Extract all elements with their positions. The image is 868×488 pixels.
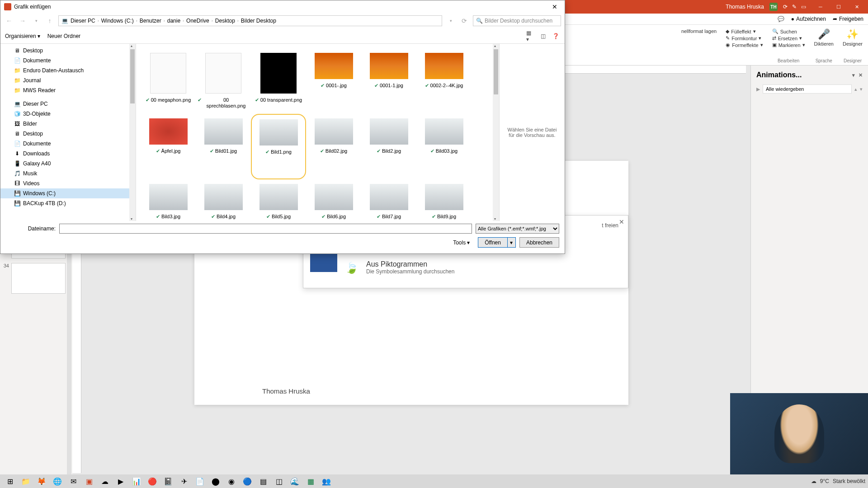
file-item[interactable]: ✔Bild5.jpg — [251, 179, 306, 221]
onenote-icon[interactable]: 📓 — [161, 475, 175, 488]
file-item[interactable]: ✔00 megaphon.png — [141, 48, 196, 114]
ribbon-format[interactable]: nellformat lagen — [681, 28, 717, 34]
chevron-down-icon[interactable]: ▾ — [852, 72, 855, 78]
chrome-icon[interactable]: 🌐 — [50, 475, 65, 488]
files-scrollbar[interactable] — [493, 44, 499, 221]
pen-icon[interactable]: ✎ — [792, 4, 797, 10]
tree-item[interactable]: 📄Dokumente — [0, 56, 136, 66]
play-icon[interactable]: ▶ — [756, 86, 760, 92]
crumb-bilderdesktop[interactable]: Bilder Desktop — [241, 18, 276, 24]
forward-button[interactable]: → — [18, 16, 28, 26]
preview-pane-button[interactable]: ◫ — [538, 32, 547, 41]
record-button[interactable]: ● Aufzeichnen — [791, 16, 826, 22]
maximize-button[interactable]: ☐ — [830, 0, 848, 14]
firefox-icon[interactable]: 🦊 — [34, 475, 49, 488]
tree-item[interactable]: 📁MWS Reader — [0, 85, 136, 95]
share-button[interactable]: ➦ Freigeben — [833, 16, 863, 22]
app-icon-9[interactable]: ◫ — [272, 475, 286, 488]
excel-icon[interactable]: ▦ — [303, 475, 318, 488]
powerpoint-icon[interactable]: ▣ — [82, 475, 96, 488]
tree-item[interactable]: 🖥Desktop — [0, 129, 136, 139]
up-button[interactable]: ↑ — [45, 16, 55, 26]
app-icon-5[interactable]: ⬤ — [208, 475, 223, 488]
tree-item[interactable]: 📁Journal — [0, 75, 136, 85]
organize-button[interactable]: Organisieren ▾ — [5, 33, 40, 39]
user-badge[interactable]: TH — [769, 3, 778, 11]
temperature[interactable]: 9°C — [820, 478, 829, 484]
weather-icon[interactable]: ☁ — [811, 478, 816, 484]
shape-outline[interactable]: ✎ Formkontur ▾ — [726, 35, 763, 41]
crumb-windowsc[interactable]: Windows (C:) — [101, 18, 134, 24]
tree-item[interactable]: 📄Dokumente — [0, 139, 136, 149]
file-item[interactable]: ✔Bild9.jpg — [416, 179, 472, 221]
crumb-onedrive[interactable]: OneDrive — [186, 18, 209, 24]
file-item[interactable]: ✔0001-.jpg — [306, 48, 361, 114]
crumb-dropdown[interactable]: ▾ — [446, 16, 456, 26]
find[interactable]: 🔍 Suchen — [772, 28, 805, 34]
file-item[interactable]: ✔Bild1.png — [251, 114, 306, 179]
refresh-button[interactable]: ⟳ — [459, 16, 469, 26]
file-item[interactable]: ✔Bild02.jpg — [306, 114, 361, 179]
designer-button[interactable]: ✨ Designer — [843, 28, 863, 47]
search-input[interactable]: 🔍 Bilder Desktop durchsuchen — [473, 15, 561, 26]
file-item[interactable]: ✔Bild2.jpg — [361, 114, 416, 179]
app-icon-3[interactable]: 🔴 — [145, 475, 160, 488]
start-button[interactable]: ⊞ — [3, 475, 17, 488]
crumb-benutzer[interactable]: Benutzer — [140, 18, 161, 24]
tree-item[interactable]: ⬇Downloads — [0, 149, 136, 159]
file-item[interactable]: ✔Bild01.jpg — [196, 114, 251, 179]
folder-tree[interactable]: 🖥Desktop📄Dokumente📁Enduro Daten-Austausc… — [0, 44, 136, 221]
app-icon-1[interactable]: ☁ — [98, 475, 112, 488]
filename-input[interactable] — [59, 224, 472, 234]
tree-item[interactable]: 🧊3D-Objekte — [0, 109, 136, 119]
file-item[interactable]: ✔0002-2--4K.jpg — [416, 48, 472, 114]
file-item[interactable]: ✔Bild4.jpg — [196, 179, 251, 221]
sync-icon[interactable]: ⟳ — [783, 4, 788, 10]
pictogram-option[interactable]: 🍃 Aus Piktogrammen Die Symbolesammlung d… — [344, 255, 621, 281]
tree-item[interactable]: 🖥Desktop — [0, 46, 136, 56]
app-icon-2[interactable]: 📊 — [129, 475, 144, 488]
up-icon[interactable]: ▴ — [854, 86, 857, 92]
tree-item[interactable]: 💾BACKup 4TB (D:) — [0, 198, 136, 208]
shape-effects[interactable]: ◉ Formeffekte ▾ — [726, 42, 763, 48]
file-item[interactable]: ✔Bild6.jpg — [306, 179, 361, 221]
tree-item[interactable]: 🎵Musik — [0, 169, 136, 178]
back-button[interactable]: ← — [4, 16, 14, 26]
edge-icon[interactable]: 🌊 — [288, 475, 302, 488]
vlc-icon[interactable]: ▶ — [113, 475, 128, 488]
tree-item[interactable]: 🖼Bilder — [0, 119, 136, 129]
filetype-select[interactable]: Alle Grafiken (*.emf;*.wmf;*.jpg — [476, 224, 559, 234]
app-icon-4[interactable]: 📄 — [193, 475, 207, 488]
tree-item[interactable]: 📁Enduro Daten-Austausch — [0, 66, 136, 75]
view-mode-button[interactable]: ▦ ▾ — [526, 32, 535, 41]
weather-text[interactable]: Stark bewölkt — [833, 478, 865, 484]
breadcrumb[interactable]: 💻 Dieser PC›Windows (C:)›Benutzer›danie›… — [58, 15, 442, 26]
slide-thumb[interactable]: 34 — [2, 263, 70, 294]
tree-item[interactable]: 📱Galaxy A40 — [0, 159, 136, 169]
teams-icon[interactable]: 👥 — [319, 475, 334, 488]
select[interactable]: ▣ Markieren ▾ — [772, 42, 805, 48]
fill-effect[interactable]: ◆ Fülleffekt ▾ — [726, 28, 763, 34]
crumb-danie[interactable]: danie — [167, 18, 180, 24]
file-item[interactable]: ✔Bild7.jpg — [361, 179, 416, 221]
file-item[interactable]: ✔00 sprechblasen.png — [196, 48, 251, 114]
tree-scrollbar[interactable] — [129, 44, 136, 221]
file-item[interactable]: ✔00 transparent.png — [251, 48, 306, 114]
app-icon-8[interactable]: ▤ — [256, 475, 270, 488]
dictate-button[interactable]: 🎤 Diktieren — [814, 28, 834, 47]
crumb-desktop[interactable]: Desktop — [215, 18, 235, 24]
tree-item[interactable]: 💾Windows (C:) — [0, 188, 136, 198]
dialog-close-button[interactable]: ✕ — [548, 0, 561, 13]
file-item[interactable]: ✔0001-1.jpg — [361, 48, 416, 114]
comment-button[interactable]: 💬 — [778, 16, 784, 22]
open-dropdown[interactable]: ▾ — [508, 237, 516, 248]
outlook-icon[interactable]: ✉ — [66, 475, 80, 488]
replace[interactable]: ⇄ Ersetzen ▾ — [772, 35, 805, 41]
crumb-dieserpc[interactable]: Dieser PC — [71, 18, 95, 24]
replay-input[interactable] — [763, 84, 852, 94]
down-icon[interactable]: ▾ — [860, 86, 863, 92]
telegram-icon[interactable]: ✈ — [177, 475, 191, 488]
minimize-button[interactable]: ─ — [811, 0, 830, 14]
file-item[interactable]: ✔Äpfel.jpg — [141, 114, 196, 179]
close-button[interactable]: ✕ — [848, 0, 866, 14]
